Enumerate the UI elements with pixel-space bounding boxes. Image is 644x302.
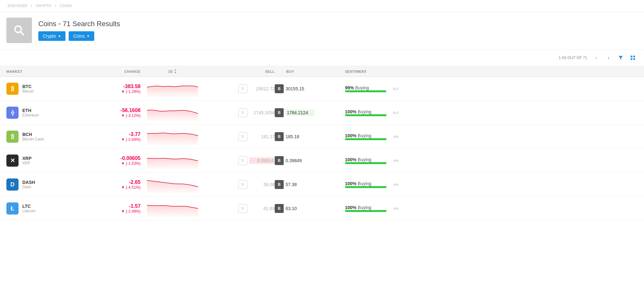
chart-cell <box>141 105 204 121</box>
sell-button[interactable]: S <box>238 132 247 141</box>
sentiment-bar <box>345 210 387 212</box>
coin-fullname: Ethereum <box>22 113 39 117</box>
sentiment-label: Buying <box>355 85 369 90</box>
buy-button[interactable]: B <box>275 84 284 93</box>
sell-button[interactable]: S <box>238 156 247 165</box>
crypto-filter-arrow: ▼ <box>58 34 61 38</box>
coins-filter-button[interactable]: Coins ▼ <box>69 31 94 41</box>
breadcrumb-coins[interactable]: COINS <box>60 4 72 8</box>
table-row: ⟠ ETH Ethereum -56.1608 ▼ (-3.12%) <box>0 101 644 125</box>
row-action-button[interactable]: ≡✓ <box>392 84 401 93</box>
sentiment-bar-wrap <box>345 138 387 140</box>
col-period[interactable]: 1D ▲▼ <box>141 69 204 74</box>
change-arrow-icon: ▼ <box>121 137 125 142</box>
page-header: Coins • 71 Search Results Crypto ▼ Coins… <box>0 12 644 50</box>
sentiment-cell: 100% Buying ≡+ <box>345 132 638 141</box>
svg-rect-3 <box>633 56 635 57</box>
sentiment-label: Buying <box>358 181 372 186</box>
change-value: -2.65 <box>89 179 141 185</box>
search-icon-box <box>6 18 32 43</box>
row-action-button[interactable]: ≡+ <box>392 132 401 141</box>
buy-price: 185.18 <box>286 134 314 139</box>
sell-button[interactable]: S <box>238 108 247 117</box>
market-cell: Ł LTC Litecoin <box>6 202 89 215</box>
mini-chart <box>147 81 198 97</box>
change-pct: ▼ (-3.12%) <box>89 113 141 118</box>
coin-info: ETH Ethereum <box>22 108 39 117</box>
row-action-button[interactable]: ≡✓ <box>392 108 401 117</box>
sell-cell: S 1745.3058 <box>204 108 275 117</box>
buy-button[interactable]: B <box>275 132 284 141</box>
change-value: -0.00605 <box>89 155 141 161</box>
sell-button[interactable]: S <box>238 84 247 93</box>
buy-cell: B 57.38 <box>275 180 345 189</box>
funnel-icon <box>618 55 624 61</box>
svg-rect-4 <box>631 58 632 60</box>
coin-fullname: Bitcoin <box>22 89 34 94</box>
grid-view-button[interactable] <box>628 53 638 63</box>
buy-button[interactable]: B <box>275 108 284 117</box>
coin-ticker: BCH <box>22 132 44 137</box>
sentiment-pct: 100% <box>345 133 356 138</box>
pagination-bar: 1-50 OUT OF 71 ‹ › <box>0 50 644 66</box>
chart-cell <box>141 200 204 216</box>
col-buy: BUY <box>275 69 345 74</box>
coin-info: DASH Dash <box>22 180 35 189</box>
coin-fullname: XRP <box>22 161 32 165</box>
buy-price: 1784.2124 <box>286 109 314 116</box>
row-action-button[interactable]: ≡+ <box>392 204 401 213</box>
sentiment-cell: 100% Buying ≡+ <box>345 204 638 213</box>
buy-button[interactable]: B <box>275 204 284 213</box>
crypto-filter-button[interactable]: Crypto ▼ <box>38 31 65 41</box>
buy-price: 0.39849 <box>286 158 314 163</box>
header-filters: Crypto ▼ Coins ▼ <box>38 31 638 41</box>
chart-cell <box>141 177 204 193</box>
prev-page-button[interactable]: ‹ <box>592 53 601 63</box>
coins-filter-label: Coins <box>73 34 85 39</box>
sell-button[interactable]: S <box>238 180 247 189</box>
col-change: CHANGE <box>89 69 141 74</box>
breadcrumb-discover[interactable]: DISCOVER <box>8 4 27 8</box>
coin-ticker: ETH <box>22 108 39 113</box>
sentiment-text: 99% Buying <box>345 85 387 90</box>
table-row: ₿ BTC Bitcoin -383.58 ▼ (-1.28%) <box>0 77 644 101</box>
sell-button[interactable]: S <box>238 204 247 213</box>
sentiment-bar <box>345 90 386 92</box>
sentiment-cell: 100% Buying ≡+ <box>345 180 638 189</box>
sell-cell: S 61.69 <box>204 204 275 213</box>
coin-info: BTC Bitcoin <box>22 84 34 94</box>
sell-cell: S 181.27 <box>204 132 275 141</box>
change-arrow-icon: ▼ <box>121 185 125 190</box>
sentiment-bar-wrap <box>345 186 387 188</box>
coin-ticker: LTC <box>22 204 35 209</box>
search-icon <box>13 24 26 37</box>
change-cell: -383.58 ▼ (-1.28%) <box>89 84 141 94</box>
row-action-button[interactable]: ≡+ <box>392 180 401 189</box>
buy-price: 30155.15 <box>286 86 314 91</box>
coin-fullname: Dash <box>22 185 35 189</box>
breadcrumb-crypto[interactable]: CRYPTO <box>36 4 51 8</box>
buy-button[interactable]: B <box>275 180 284 189</box>
change-pct: ▼ (-1.28%) <box>89 89 141 94</box>
svg-rect-5 <box>633 58 635 60</box>
sentiment-pct: 99% <box>345 85 354 90</box>
buy-button[interactable]: B <box>275 156 284 165</box>
breadcrumb: DISCOVER / CRYPTO / COINS <box>0 0 644 12</box>
change-arrow-icon: ▼ <box>121 113 125 118</box>
sentiment-pct: 100% <box>345 157 356 162</box>
sentiment-cell: 100% Buying ≡+ <box>345 156 638 165</box>
chart-cell <box>141 153 204 169</box>
sell-cell: S 29512.72 <box>204 84 275 93</box>
sentiment-bar-wrap <box>345 114 387 116</box>
col-market: MARKET <box>6 69 89 74</box>
next-page-button[interactable]: › <box>604 53 613 63</box>
filter-icon-button[interactable] <box>616 53 625 63</box>
sentiment-pct: 100% <box>345 205 356 210</box>
table-header: MARKET CHANGE 1D ▲▼ SELL BUY SENTIMENT <box>0 66 644 77</box>
row-action-button[interactable]: ≡+ <box>392 156 401 165</box>
coin-ticker: XRP <box>22 156 32 161</box>
sentiment-label: Buying <box>358 157 372 162</box>
table-row: Ł LTC Litecoin -1.57 ▼ (-2.48%) <box>0 197 644 221</box>
sentiment-pct: 100% <box>345 181 356 186</box>
page-title: Coins • 71 Search Results <box>38 20 638 28</box>
